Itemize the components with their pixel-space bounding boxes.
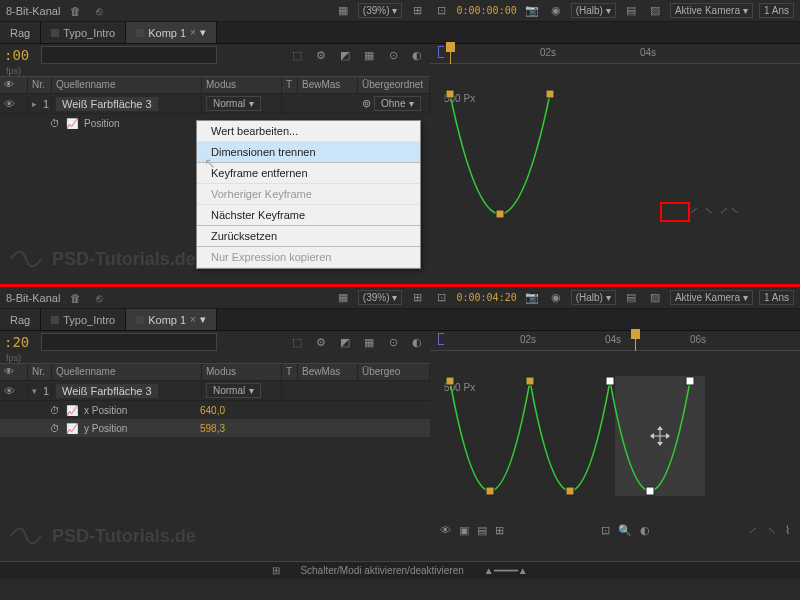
zoom-dropdown[interactable]: (39%) ▾ [358, 3, 403, 18]
channel-icon[interactable]: ◉ [547, 290, 565, 306]
ge-ease1-icon[interactable]: ⟋ [747, 524, 758, 537]
grid-icon[interactable]: ▦ [334, 290, 352, 306]
footer-text[interactable]: Schalter/Modi aktivieren/deaktivieren [300, 565, 463, 576]
workarea-start[interactable] [438, 46, 444, 58]
toggle-switches-icon[interactable]: ⊞ [272, 565, 280, 576]
tool-icon-5[interactable]: ⊙ [384, 46, 402, 64]
ge-ease3-icon[interactable]: ⌇ [785, 524, 790, 537]
ge-opt1-icon[interactable]: ▣ [459, 524, 469, 537]
layer-name[interactable]: Weiß Farbfläche 3 [56, 384, 158, 398]
playhead-icon[interactable] [631, 329, 640, 339]
menu-reset[interactable]: Zurücksetzen [197, 226, 420, 247]
ge-opt3-icon[interactable]: ⊞ [495, 524, 504, 537]
trash-icon[interactable]: 🗑 [66, 3, 84, 19]
tool-icon-4[interactable]: ▦ [360, 46, 378, 64]
time-ruler[interactable]: 02s 04s 06s [430, 331, 800, 351]
tab-komp-1[interactable]: Komp 1×▾ [126, 22, 217, 43]
ge-fit-icon[interactable]: ⊡ [601, 524, 610, 537]
transparency-icon[interactable]: ▨ [646, 3, 664, 19]
menu-icon[interactable]: ▾ [200, 26, 206, 39]
current-time[interactable]: :00 [4, 47, 29, 63]
transparency-icon[interactable]: ▨ [646, 290, 664, 306]
eye-icon[interactable]: 👁 [4, 385, 16, 397]
menu-edit-value[interactable]: Wert bearbeiten... [197, 121, 420, 142]
tool-icon-1[interactable]: ⬚ [288, 46, 306, 64]
channel-icon[interactable]: ◉ [547, 3, 565, 19]
tool-icon-2[interactable]: ⚙ [312, 333, 330, 351]
res-icon[interactable]: ⊞ [408, 290, 426, 306]
graph-editor[interactable]: 500 Px ⟋ ⟍ ⟋⟍ [430, 64, 800, 224]
graph-icon[interactable]: 📈 [66, 423, 78, 434]
workarea-start[interactable] [438, 333, 444, 345]
search-input[interactable] [41, 46, 217, 64]
region-icon[interactable]: ▤ [622, 290, 640, 306]
tab-rag[interactable]: Rag [0, 22, 41, 43]
tool-icon-1[interactable]: ⬚ [288, 333, 306, 351]
grid-icon[interactable]: ▦ [334, 3, 352, 19]
tab-rag[interactable]: Rag [0, 309, 41, 330]
mode-dropdown[interactable]: Normal ▾ [206, 383, 261, 398]
res2-icon[interactable]: ⊡ [432, 3, 450, 19]
mode-dropdown[interactable]: Normal ▾ [206, 96, 261, 111]
ge-zoom-icon[interactable]: 🔍 [618, 524, 632, 537]
ge-eye-icon[interactable]: 👁 [440, 524, 451, 537]
property-row-y-position[interactable]: ⏱ 📈 y Position 598,3 [0, 419, 430, 437]
menu-icon[interactable]: ▾ [200, 313, 206, 326]
region-icon[interactable]: ▤ [622, 3, 640, 19]
zoom-slider[interactable]: ▲━━━━▲ [484, 565, 528, 576]
playhead-icon[interactable] [446, 42, 455, 52]
snapshot-icon[interactable]: 📷 [523, 3, 541, 19]
timecode[interactable]: 0:00:00:00 [456, 5, 516, 16]
camera-dropdown[interactable]: Aktive Kamera ▾ [670, 290, 753, 305]
menu-next-keyframe[interactable]: Nächster Keyframe [197, 205, 420, 226]
layer-row[interactable]: 👁 ▸1 Weiß Farbfläche 3 Normal ▾ ⊚Ohne ▾ [0, 94, 430, 114]
quality-dropdown[interactable]: (Halb) ▾ [571, 3, 616, 18]
eye-icon[interactable]: 👁 [4, 98, 16, 110]
property-row-x-position[interactable]: ⏱ 📈 x Position 640,0 [0, 401, 430, 419]
ge-ease2-icon[interactable]: ⟍ [766, 524, 777, 537]
graph-icon[interactable]: 📈 [66, 118, 78, 129]
tool-icon-3[interactable]: ◩ [336, 46, 354, 64]
stopwatch-icon[interactable]: ⏱ [50, 118, 60, 129]
res2-icon[interactable]: ⊡ [432, 290, 450, 306]
tool-icon-3[interactable]: ◩ [336, 333, 354, 351]
parent-pickwhip-icon[interactable]: ⊚ [362, 97, 371, 110]
trash-icon[interactable]: 🗑 [66, 290, 84, 306]
ease-in-icon[interactable]: ⟋ [688, 204, 699, 216]
ease-both-icon[interactable]: ⟋⟍ [718, 204, 740, 216]
twirl-icon[interactable]: ▾ [32, 386, 37, 396]
tab-typo-intro[interactable]: Typo_Intro [41, 22, 126, 43]
time-ruler[interactable]: 02s 04s [430, 44, 800, 64]
camera-dropdown[interactable]: Aktive Kamera ▾ [670, 3, 753, 18]
parent-dropdown[interactable]: Ohne ▾ [374, 96, 421, 111]
layer-row[interactable]: 👁 ▾1 Weiß Farbfläche 3 Normal ▾ [0, 381, 430, 401]
menu-remove-keyframe[interactable]: Keyframe entfernen [197, 163, 420, 184]
search-input[interactable] [41, 333, 217, 351]
twirl-icon[interactable]: ▸ [32, 99, 37, 109]
res-icon[interactable]: ⊞ [408, 3, 426, 19]
effects-icon[interactable]: ⎋ [90, 3, 108, 19]
ge-opt2-icon[interactable]: ▤ [477, 524, 487, 537]
current-time[interactable]: :20 [4, 334, 29, 350]
stopwatch-icon[interactable]: ⏱ [50, 423, 60, 434]
close-icon[interactable]: × [190, 27, 196, 38]
effects-icon[interactable]: ⎋ [90, 290, 108, 306]
property-value[interactable]: 598,3 [200, 423, 225, 434]
tool-icon-6[interactable]: ◐ [408, 46, 426, 64]
views-dropdown[interactable]: 1 Ans [759, 290, 794, 305]
stopwatch-icon[interactable]: ⏱ [50, 405, 60, 416]
tab-komp-1[interactable]: Komp 1×▾ [126, 309, 217, 330]
tool-icon-5[interactable]: ⊙ [384, 333, 402, 351]
close-icon[interactable]: × [190, 314, 196, 325]
layer-name[interactable]: Weiß Farbfläche 3 [56, 97, 158, 111]
ge-opt4-icon[interactable]: ◐ [640, 524, 650, 537]
tab-typo-intro[interactable]: Typo_Intro [41, 309, 126, 330]
graph-editor[interactable]: 500 Px 👁 ▣ ▤ ⊞ [430, 351, 800, 541]
menu-separate-dimensions[interactable]: Dimensionen trennen [197, 142, 420, 163]
views-dropdown[interactable]: 1 Ans [759, 3, 794, 18]
tool-icon-6[interactable]: ◐ [408, 333, 426, 351]
zoom-dropdown[interactable]: (39%) ▾ [358, 290, 403, 305]
tool-icon-2[interactable]: ⚙ [312, 46, 330, 64]
tool-icon-4[interactable]: ▦ [360, 333, 378, 351]
ease-out-icon[interactable]: ⟍ [703, 204, 714, 216]
